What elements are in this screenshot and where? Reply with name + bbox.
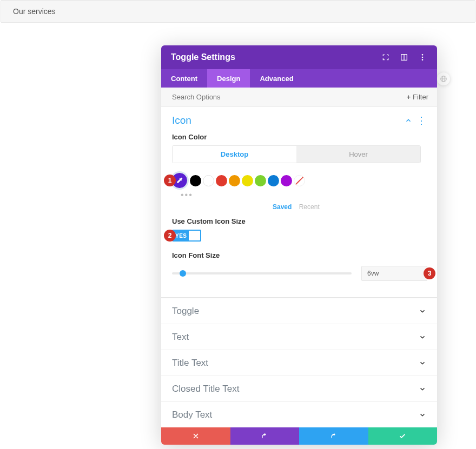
panel-menu-button[interactable]: ⋮	[416, 116, 426, 125]
more-swatches-button[interactable]: •••	[181, 190, 426, 200]
callout-badge-1: 1	[164, 175, 176, 186]
swatch-yellow[interactable]	[242, 175, 253, 186]
section-text[interactable]: Text	[161, 324, 437, 350]
page-header-label: Our services	[13, 7, 56, 16]
settings-modal: Toggle Settings Content Design Advanced …	[161, 45, 437, 445]
color-swatch-row: 1	[172, 173, 426, 188]
callout-badge-2: 2	[164, 230, 176, 242]
section-title-text-label: Title Text	[172, 358, 419, 368]
swatch-red[interactable]	[216, 175, 227, 186]
menu-button[interactable]	[418, 52, 427, 62]
swatch-orange[interactable]	[229, 175, 240, 186]
saved-tab[interactable]: Saved	[273, 203, 292, 211]
swatch-green[interactable]	[255, 175, 266, 186]
section-title-text[interactable]: Title Text	[161, 350, 437, 376]
expand-button[interactable]	[381, 52, 391, 62]
chevron-down-icon	[419, 333, 426, 341]
icon-panel: Icon ⋮ Icon Color Desktop Hover 1 •••	[161, 107, 437, 293]
modal-title: Toggle Settings	[171, 52, 381, 62]
icon-font-size-input[interactable]	[361, 266, 427, 281]
cancel-button[interactable]	[161, 427, 230, 445]
icon-font-size-row: 3	[172, 266, 427, 281]
use-custom-size-label: Use Custom Icon Size	[172, 217, 426, 225]
chevron-down-icon	[419, 307, 426, 315]
swatch-none[interactable]	[294, 175, 305, 186]
toggle-knob	[189, 231, 200, 240]
svg-point-6	[422, 57, 424, 58]
use-custom-size-row: 2 YES	[172, 230, 426, 242]
modal-action-bar	[161, 427, 437, 445]
responsive-button[interactable]	[399, 52, 409, 62]
swatch-white[interactable]	[203, 175, 214, 186]
icon-color-label: Icon Color	[172, 133, 426, 141]
tab-content[interactable]: Content	[161, 69, 207, 88]
section-closed-title-text-label: Closed Title Text	[172, 384, 419, 394]
section-body-text-label: Body Text	[172, 410, 419, 420]
swatch-black[interactable]	[190, 175, 201, 186]
chevron-down-icon	[419, 359, 426, 367]
tab-design[interactable]: Design	[207, 69, 250, 88]
icon-panel-header[interactable]: Icon ⋮	[172, 115, 426, 126]
icon-color-sub-tabs: Desktop Hover	[172, 145, 421, 163]
redo-button[interactable]	[299, 427, 368, 445]
chevron-down-icon	[419, 411, 426, 419]
icon-font-size-label: Icon Font Size	[172, 251, 426, 259]
close-icon	[192, 432, 200, 440]
redo-icon	[330, 432, 338, 440]
globe-button[interactable]	[437, 72, 450, 85]
section-toggle[interactable]: Toggle	[161, 298, 437, 324]
saved-recent-row: Saved Recent	[172, 203, 426, 211]
confirm-button[interactable]	[368, 427, 438, 445]
modal-tabs: Content Design Advanced	[161, 69, 437, 88]
undo-button[interactable]	[230, 427, 300, 445]
responsive-icon	[400, 53, 408, 62]
section-closed-title-text[interactable]: Closed Title Text	[161, 376, 437, 401]
globe-icon	[440, 75, 447, 83]
tab-advanced[interactable]: Advanced	[250, 69, 303, 88]
plus-icon: +	[407, 93, 411, 101]
search-bar: + Filter	[161, 88, 437, 107]
section-body-text[interactable]: Body Text	[161, 401, 437, 427]
sub-tab-hover[interactable]: Hover	[296, 146, 420, 163]
svg-point-7	[422, 59, 424, 61]
recent-tab[interactable]: Recent	[299, 203, 320, 211]
swatch-purple[interactable]	[281, 175, 292, 186]
swatch-blue[interactable]	[268, 175, 279, 186]
icon-panel-title: Icon	[172, 115, 405, 126]
callout-badge-3: 3	[424, 267, 435, 279]
use-custom-size-toggle[interactable]: YES	[172, 230, 201, 242]
modal-header-actions	[381, 52, 427, 62]
sub-tab-desktop[interactable]: Desktop	[173, 146, 296, 163]
undo-icon	[261, 432, 268, 440]
search-input[interactable]	[172, 93, 402, 101]
chevron-up-icon	[405, 117, 412, 124]
section-text-label: Text	[172, 332, 419, 343]
modal-header: Toggle Settings	[161, 45, 437, 69]
eyedropper-icon	[176, 177, 183, 184]
check-icon	[399, 432, 406, 440]
section-toggle-label: Toggle	[172, 306, 419, 317]
svg-point-5	[422, 54, 424, 56]
expand-icon	[381, 53, 390, 62]
icon-font-size-slider[interactable]	[172, 272, 352, 274]
chevron-down-icon	[419, 385, 426, 393]
page-header: Our services	[1, 0, 475, 23]
filter-button[interactable]: + Filter	[402, 91, 433, 103]
slider-thumb[interactable]	[180, 270, 186, 277]
kebab-icon	[418, 53, 427, 62]
filter-label: Filter	[413, 93, 428, 101]
